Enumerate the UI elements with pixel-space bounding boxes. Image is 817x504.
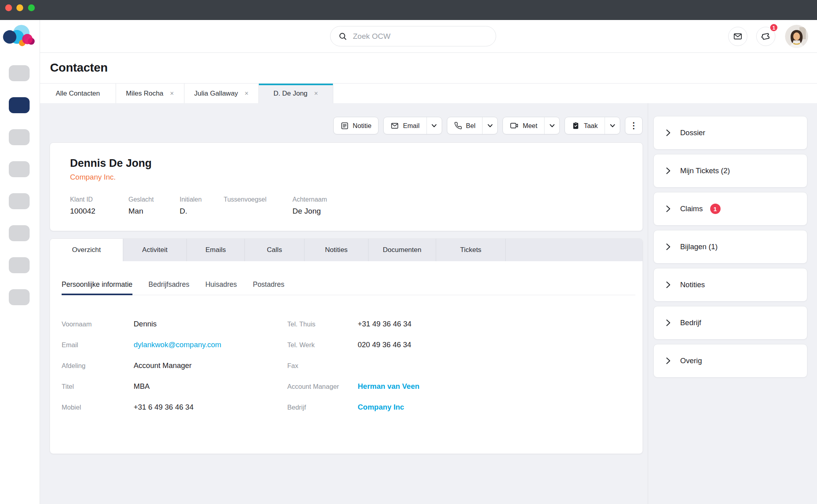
sidebar-item-1[interactable] — [9, 65, 30, 81]
value-account-manager-link[interactable]: Herman van Veen — [358, 382, 643, 391]
field-label: Klant ID — [70, 196, 128, 203]
tab-overzicht-active[interactable]: Overzicht — [50, 239, 123, 261]
email-split-button[interactable]: Email — [383, 117, 442, 134]
zoom-window-button[interactable] — [28, 4, 35, 11]
sidebar-item-4[interactable] — [9, 161, 30, 177]
contact-name: Dennis De Jong — [70, 157, 627, 170]
value-afdeling: Account Manager — [134, 361, 287, 370]
chevron-down-icon — [431, 124, 437, 128]
tab-alle-contacten[interactable]: Alle Contacten — [40, 84, 116, 103]
tab-tickets[interactable]: Tickets — [436, 239, 506, 261]
note-icon — [340, 122, 349, 130]
call-split-button[interactable]: Bel — [447, 117, 498, 134]
top-header: 1 — [40, 20, 817, 53]
call-button[interactable]: Bel — [447, 117, 483, 134]
close-window-button[interactable] — [5, 4, 12, 11]
task-clipboard-icon — [572, 121, 580, 130]
tab-miles-rocha[interactable]: Miles Rocha ✕ — [116, 84, 184, 103]
label-account-manager: Account Manager — [287, 383, 358, 390]
tab-calls[interactable]: Calls — [245, 239, 304, 261]
tab-emails[interactable]: Emails — [187, 239, 245, 261]
subtab-bedrijfsadres[interactable]: Bedrijfsadres — [148, 280, 189, 295]
close-tab-icon[interactable]: ✕ — [314, 90, 318, 96]
app-logo[interactable] — [2, 24, 38, 46]
detail-tabs: Overzicht Activiteit Emails Calls Notiti… — [50, 239, 643, 261]
label-email: Email — [62, 341, 134, 349]
field-initialen: Initialen D. — [180, 196, 224, 216]
panel-label: Bedrijf — [680, 318, 701, 327]
search-input[interactable] — [353, 32, 488, 41]
close-tab-icon[interactable]: ✕ — [244, 90, 249, 96]
field-value: D. — [180, 207, 224, 216]
sidebar-item-contacts-active[interactable] — [9, 97, 30, 113]
contact-company-link[interactable]: Company Inc. — [70, 173, 627, 182]
subtab-postadres[interactable]: Postadres — [253, 280, 284, 295]
email-dropdown-button[interactable] — [427, 117, 442, 134]
field-label: Achternaam — [292, 196, 627, 203]
chevron-right-icon — [666, 167, 671, 175]
tab-notities[interactable]: Notities — [304, 239, 368, 261]
contact-summary-card: Dennis De Jong Company Inc. Klant ID 100… — [50, 142, 643, 231]
minimize-window-button[interactable] — [16, 4, 23, 11]
panel-notities[interactable]: Notities — [653, 268, 807, 302]
email-icon — [390, 122, 399, 130]
main-panel: Notitie Email — [40, 103, 648, 504]
more-actions-button[interactable]: ⋮ — [625, 117, 643, 134]
tab-julia-gallaway[interactable]: Julia Gallaway ✕ — [184, 84, 259, 103]
detail-tabs-filler — [506, 239, 643, 261]
sidebar-item-3[interactable] — [9, 129, 30, 145]
note-button-label: Notitie — [353, 122, 372, 130]
task-button[interactable]: Taak — [565, 117, 605, 134]
notifications-badge: 1 — [769, 23, 778, 32]
sidebar-item-7[interactable] — [9, 257, 30, 273]
app-window: 1 Contacten Alle Contacten Miles Rocha ✕… — [0, 0, 817, 504]
video-icon — [510, 122, 519, 130]
field-value: Man — [128, 207, 180, 216]
chevron-down-icon — [487, 124, 493, 128]
tab-activiteit[interactable]: Activiteit — [123, 239, 187, 261]
panel-label: Overig — [680, 356, 702, 365]
field-label: Initialen — [180, 196, 224, 203]
search-bar[interactable] — [330, 26, 496, 46]
panel-bedrijf[interactable]: Bedrijf — [653, 306, 807, 340]
contact-detail-card: Overzicht Activiteit Emails Calls Notiti… — [50, 238, 643, 454]
detail-body: Persoonlijke informatie Bedrijfsadres Hu… — [50, 261, 643, 418]
panel-mijn-tickets[interactable]: Mijn Tickets (2) — [653, 154, 807, 188]
tab-documenten[interactable]: Documenten — [368, 239, 436, 261]
label-bedrijf: Bedrijf — [287, 404, 358, 411]
close-tab-icon[interactable]: ✕ — [170, 90, 174, 96]
sidebar-item-8[interactable] — [9, 289, 30, 305]
value-bedrijf-link[interactable]: Company Inc — [358, 403, 643, 412]
chevron-right-icon — [666, 319, 671, 327]
user-avatar[interactable] — [785, 25, 808, 48]
call-dropdown-button[interactable] — [482, 117, 497, 134]
subtab-persoonlijke-informatie-active[interactable]: Persoonlijke informatie — [62, 280, 132, 295]
field-value: 100042 — [70, 207, 128, 216]
task-split-button[interactable]: Taak — [565, 117, 620, 134]
meet-split-button[interactable]: Meet — [503, 117, 560, 134]
page-title: Contacten — [50, 61, 108, 74]
chevron-right-icon — [666, 243, 671, 251]
tab-d-de-jong-active[interactable]: D. De Jong ✕ — [259, 84, 333, 103]
tab-label: Alle Contacten — [56, 90, 100, 98]
panel-claims[interactable]: Claims 1 — [653, 192, 807, 226]
note-button[interactable]: Notitie — [333, 117, 379, 134]
subtab-huisadres[interactable]: Huisadres — [205, 280, 237, 295]
sidebar-item-6[interactable] — [9, 225, 30, 241]
panel-bijlagen[interactable]: Bijlagen (1) — [653, 230, 807, 264]
meet-dropdown-button[interactable] — [544, 117, 559, 134]
value-tel-werk: 020 49 36 46 34 — [358, 340, 643, 349]
value-titel: MBA — [134, 382, 287, 391]
field-geslacht: Geslacht Man — [128, 196, 180, 216]
task-dropdown-button[interactable] — [605, 117, 620, 134]
mail-button[interactable] — [728, 27, 747, 46]
panel-overig[interactable]: Overig — [653, 344, 807, 378]
sidebar-item-5[interactable] — [9, 193, 30, 209]
value-email-link[interactable]: dylankwok@company.com — [134, 340, 287, 349]
label-tel-werk: Tel. Werk — [287, 341, 358, 349]
email-button[interactable]: Email — [384, 117, 426, 134]
panel-dossier[interactable]: Dossier — [653, 116, 807, 150]
meet-button[interactable]: Meet — [503, 117, 544, 134]
personal-info-grid: Voornaam Dennis Tel. Thuis +31 49 36 46 … — [62, 314, 643, 418]
label-voornaam: Voornaam — [62, 320, 134, 328]
